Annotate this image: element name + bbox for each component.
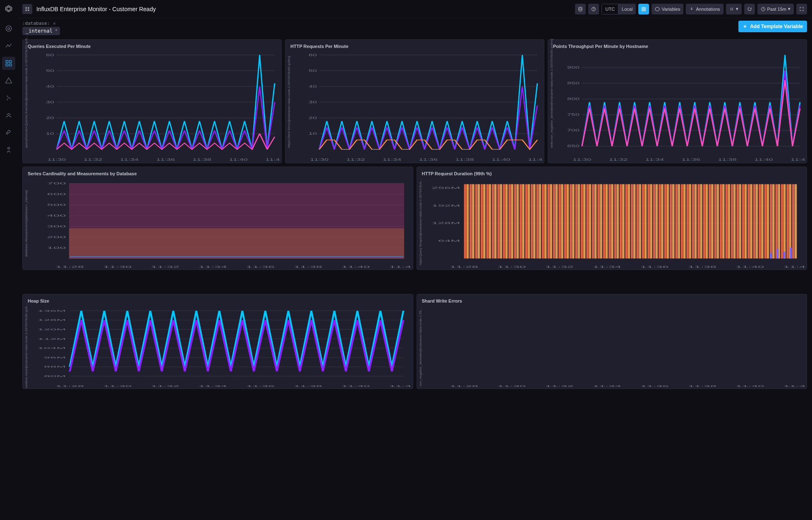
svg-rect-184	[505, 184, 507, 259]
panel-points-throughput[interactable]: Points Throughput Per Minute by Hostname…	[548, 39, 807, 163]
svg-rect-171	[764, 184, 766, 259]
svg-rect-206	[628, 184, 630, 259]
svg-rect-224	[728, 184, 730, 259]
svg-marker-20	[655, 7, 659, 11]
svg-rect-156	[680, 184, 683, 259]
svg-text:50: 50	[46, 69, 54, 72]
svg-rect-118	[469, 184, 472, 259]
gear-icon[interactable]: ✕	[53, 21, 56, 26]
svg-rect-157	[686, 184, 688, 259]
timezone-toggle[interactable]: UTC Local	[601, 4, 636, 14]
panel-series-cardinality[interactable]: Series Cardinality and Measurements by D…	[22, 167, 413, 270]
svg-rect-127	[520, 184, 522, 259]
svg-rect-173	[775, 184, 777, 259]
panel-shard-write-errors[interactable]: Shard Write Errors non_negative_derivati…	[417, 294, 807, 389]
svg-rect-168	[747, 184, 750, 259]
help-icon[interactable]	[588, 4, 599, 14]
add-template-variable-button[interactable]: Add Template Variable	[738, 21, 807, 32]
nav-logs[interactable]	[2, 91, 15, 105]
svg-rect-202	[605, 184, 607, 259]
svg-rect-131	[541, 184, 544, 259]
svg-text:20: 20	[46, 116, 54, 119]
nav-explore[interactable]	[2, 39, 15, 52]
svg-text:200: 200	[47, 236, 66, 239]
svg-rect-192	[550, 184, 552, 259]
nav-config[interactable]	[2, 126, 15, 139]
svg-text:11:38: 11:38	[718, 157, 737, 161]
annotations-button[interactable]: Annotations	[686, 4, 723, 14]
nav-alerts[interactable]	[2, 74, 15, 87]
svg-rect-125	[508, 184, 510, 259]
panel-heap-size[interactable]: Heap Size runtime.mean[hostname=data-nod…	[22, 294, 413, 389]
tz-utc[interactable]: UTC	[601, 4, 618, 14]
add-tvar-label: Add Template Variable	[750, 24, 803, 29]
svg-text:11:28: 11:28	[450, 265, 478, 268]
main: InfluxDB Enterprise Monitor - Customer R…	[17, 0, 812, 520]
svg-rect-195	[566, 184, 568, 259]
fullscreen-button[interactable]	[796, 4, 807, 14]
svg-rect-142	[603, 184, 605, 259]
svg-rect-236	[794, 184, 796, 259]
svg-text:11:30: 11:30	[103, 265, 132, 268]
svg-rect-229	[755, 184, 757, 259]
svg-rect-178	[472, 184, 474, 259]
variables-label: Variables	[661, 7, 680, 12]
svg-rect-135	[564, 184, 566, 259]
svg-text:11:36: 11:36	[640, 265, 669, 268]
svg-text:60: 60	[309, 53, 317, 57]
svg-rect-198	[583, 184, 585, 259]
svg-text:120M: 120M	[38, 328, 66, 331]
svg-rect-231	[766, 184, 769, 259]
svg-text:11:30: 11:30	[497, 265, 526, 268]
svg-text:11:36: 11:36	[246, 384, 275, 387]
svg-text:11:40: 11:40	[735, 384, 764, 387]
svg-rect-187	[522, 184, 524, 259]
panel-http-duration[interactable]: HTTP Request Duration (99th %) httpd.Que…	[417, 167, 807, 270]
svg-text:100: 100	[47, 246, 66, 249]
tvar-select[interactable]: _internal	[22, 27, 60, 35]
svg-text:11:40: 11:40	[755, 157, 773, 161]
nav-dashboards[interactable]	[2, 57, 15, 70]
nav-org[interactable]	[2, 109, 15, 122]
time-range-button[interactable]: Past 15m▾	[757, 4, 794, 14]
y-axis-label: httpd.Query Request[hostname=data-node-1…	[418, 182, 422, 265]
svg-text:11:38: 11:38	[294, 384, 322, 387]
svg-rect-221	[711, 184, 713, 259]
panel-http-requests[interactable]: HTTP Requests Per Minute httpd.Client Er…	[285, 39, 544, 163]
variables-button[interactable]: Variables	[652, 4, 683, 14]
nav-hosts[interactable]	[2, 22, 15, 35]
svg-text:88M: 88M	[44, 365, 66, 368]
svg-rect-225	[733, 184, 735, 259]
svg-text:256M: 256M	[431, 186, 460, 189]
svg-rect-16	[642, 7, 644, 9]
svg-rect-197	[577, 184, 580, 259]
template-variable: :database: ✕ _internal	[22, 21, 60, 35]
database-icon[interactable]	[575, 4, 586, 14]
svg-text:11:32: 11:32	[609, 157, 628, 161]
svg-rect-147	[630, 184, 632, 259]
refresh-button[interactable]	[744, 4, 755, 14]
svg-rect-169	[753, 184, 755, 259]
svg-marker-0	[6, 6, 12, 12]
y-axis-label: non_negative_derivative[hostname=data-no…	[418, 305, 422, 388]
svg-rect-232	[772, 184, 774, 259]
tz-local[interactable]: Local	[618, 4, 636, 14]
svg-rect-220	[705, 184, 707, 259]
panel-queries-executed[interactable]: Queries Executed Per Minute queryExecuto…	[22, 39, 282, 163]
svg-text:11:38: 11:38	[455, 157, 474, 161]
graph-tips-button[interactable]	[638, 4, 649, 14]
svg-rect-177	[466, 184, 468, 259]
y-axis-label: write.non_negative_derivative[hostname=d…	[550, 65, 553, 148]
svg-rect-174	[781, 184, 783, 259]
svg-rect-166	[736, 184, 738, 259]
nav-admin[interactable]	[2, 143, 15, 157]
svg-rect-120	[480, 184, 482, 259]
svg-text:11:28: 11:28	[55, 265, 84, 268]
svg-text:11:32: 11:32	[545, 265, 573, 268]
svg-text:11:30: 11:30	[103, 384, 132, 387]
svg-rect-123	[497, 184, 499, 259]
svg-text:64M: 64M	[438, 239, 460, 242]
svg-rect-132	[547, 184, 549, 259]
autorefresh-button[interactable]: ▾	[726, 4, 742, 14]
time-range-label: Past 15m	[767, 7, 786, 12]
